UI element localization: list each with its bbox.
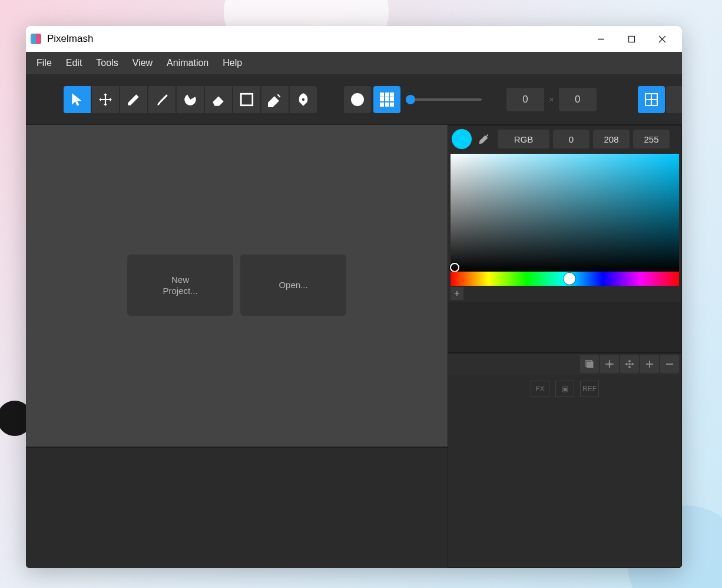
stack-icon	[585, 359, 594, 369]
layers-panel: FX ▣ REF	[448, 353, 682, 568]
layer-toolbar	[448, 354, 681, 375]
grid-icon	[644, 93, 658, 107]
alt-view-button[interactable]	[666, 86, 682, 113]
slider-thumb[interactable]	[406, 95, 415, 104]
minus-icon	[665, 359, 674, 369]
dots-icon	[625, 359, 634, 369]
layer-duplicate-button[interactable]	[580, 355, 599, 373]
canvas-column: New Project... Open...	[26, 125, 448, 568]
move-icon	[98, 92, 113, 107]
color-g-input[interactable]	[593, 130, 630, 148]
canvas-size-inputs: ×	[506, 88, 597, 111]
body-area: New Project... Open... RGB	[26, 125, 682, 568]
size-separator: ×	[549, 94, 554, 104]
cursor-icon	[69, 92, 85, 107]
side-panel: RGB +	[448, 125, 682, 568]
layers-list	[448, 403, 681, 567]
canvas-height-input[interactable]	[559, 88, 597, 111]
view-mode-group	[638, 86, 682, 113]
eyedropper-button[interactable]	[474, 130, 493, 148]
eraser-icon	[211, 92, 226, 107]
svg-point-12	[632, 364, 634, 365]
color-r-input[interactable]	[553, 130, 589, 148]
remove-layer-button[interactable]	[660, 355, 679, 373]
start-cards: New Project... Open...	[127, 255, 346, 316]
menu-file[interactable]: File	[31, 54, 58, 72]
fill-tool[interactable]	[177, 86, 204, 113]
brush-tool[interactable]	[148, 86, 175, 113]
add-layer-button[interactable]	[640, 355, 659, 373]
open-card[interactable]: Open...	[240, 255, 346, 316]
menu-animation[interactable]: Animation	[161, 54, 214, 72]
layer-type-ref[interactable]: REF	[580, 381, 599, 397]
saturation-value-picker[interactable]	[451, 154, 679, 272]
hue-thumb[interactable]	[564, 273, 575, 285]
rectangle-icon	[239, 92, 254, 107]
layer-type-row: FX ▣ REF	[448, 375, 681, 403]
svg-point-10	[626, 364, 628, 365]
rectangle-tool[interactable]	[233, 86, 260, 113]
app-icon	[31, 34, 41, 44]
plus-icon	[645, 359, 654, 369]
swatch-row: +	[449, 286, 680, 301]
open-label: Open...	[279, 279, 307, 291]
grid-view-button[interactable]	[638, 86, 665, 113]
pencil-icon	[126, 92, 141, 107]
svg-point-11	[629, 364, 631, 365]
brush-settings	[344, 86, 482, 113]
close-button[interactable]	[647, 26, 677, 52]
canvas-width-input[interactable]	[506, 88, 544, 111]
app-window: Pixelmash File Edit Tools View Animation…	[26, 26, 682, 568]
color-b-input[interactable]	[633, 130, 670, 148]
pen-tool[interactable]	[290, 86, 317, 113]
menu-edit[interactable]: Edit	[60, 54, 88, 72]
pen-icon	[296, 92, 311, 107]
brush-icon	[154, 92, 170, 107]
maximize-button[interactable]	[616, 26, 647, 52]
svg-rect-4	[241, 94, 253, 105]
titlebar: Pixelmash	[26, 26, 682, 52]
tool-group	[64, 86, 317, 113]
brush-size-slider[interactable]	[406, 98, 482, 101]
eyedropper-icon	[477, 133, 490, 146]
menubar: File Edit Tools View Animation Help	[26, 52, 682, 74]
sparkle-icon	[605, 359, 614, 369]
color-mode-button[interactable]: RGB	[498, 130, 549, 148]
move-tool[interactable]	[92, 86, 119, 113]
minimize-button[interactable]	[585, 26, 616, 52]
canvas-viewport: New Project... Open...	[26, 125, 448, 447]
menu-view[interactable]: View	[127, 54, 158, 72]
layer-merge-button[interactable]	[600, 355, 619, 373]
svg-rect-1	[628, 36, 634, 42]
color-picker-panel: RGB +	[448, 125, 682, 302]
layer-type-image[interactable]: ▣	[555, 381, 574, 397]
pixel-icon	[380, 93, 394, 107]
add-swatch-button[interactable]: +	[451, 287, 463, 300]
erase-rect-tool[interactable]	[261, 86, 289, 113]
color-header: RGB	[449, 127, 680, 154]
timeline-panel	[26, 447, 448, 564]
eraser-tool[interactable]	[205, 86, 232, 113]
new-project-card[interactable]: New Project...	[127, 255, 233, 316]
current-color-swatch[interactable]	[452, 129, 472, 149]
svg-point-13	[629, 361, 631, 362]
select-tool[interactable]	[64, 86, 91, 113]
brush-shape-square[interactable]	[373, 86, 400, 113]
menu-tools[interactable]: Tools	[90, 54, 124, 72]
menu-help[interactable]: Help	[217, 54, 248, 72]
layer-type-fx[interactable]: FX	[531, 381, 549, 397]
layer-options-button[interactable]	[620, 355, 639, 373]
new-project-label: New Project...	[163, 274, 197, 297]
sv-cursor[interactable]	[450, 263, 459, 272]
hue-slider[interactable]	[451, 272, 679, 286]
window-title: Pixelmash	[47, 33, 93, 45]
svg-point-14	[629, 366, 631, 368]
circle-icon	[351, 93, 364, 106]
brush-shape-round[interactable]	[344, 86, 371, 113]
pencil-tool[interactable]	[120, 86, 147, 113]
bucket-icon	[183, 92, 198, 107]
erase-shape-icon	[267, 92, 283, 107]
palette-panel	[448, 302, 682, 353]
tool-toolbar: ×	[26, 74, 682, 125]
